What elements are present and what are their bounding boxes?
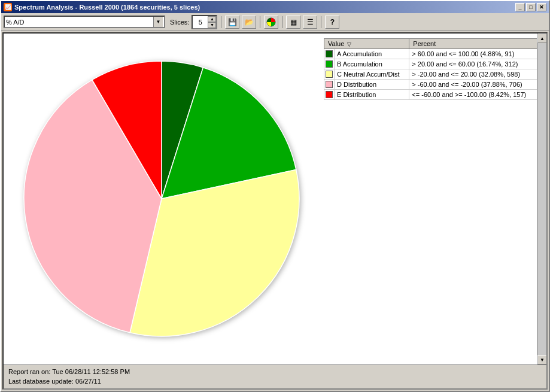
separator-2 xyxy=(260,16,260,28)
save-button[interactable]: 💾 xyxy=(225,16,239,29)
sort-icon[interactable]: ▽ xyxy=(347,41,351,47)
legend-range: > -20.00 and <= 20.00 (32.08%, 598) xyxy=(409,69,542,80)
status-bar: Report ran on: Tue 06/28/11 12:52:58 PM … xyxy=(4,364,546,388)
title-bar: 📈 Spectrum Analysis - Russell 2000 (1864… xyxy=(1,1,549,13)
pie-section xyxy=(4,34,319,364)
slices-spin-up[interactable]: ▲ xyxy=(208,16,216,22)
legend-color-box xyxy=(326,91,333,98)
pie-container xyxy=(18,55,305,344)
indicator-dropdown[interactable]: % A/D ▼ xyxy=(4,16,165,28)
maximize-button[interactable]: □ xyxy=(526,3,536,11)
main-window: 📈 Spectrum Analysis - Russell 2000 (1864… xyxy=(0,0,550,392)
slices-label: Slices: xyxy=(170,19,189,26)
legend-color-box xyxy=(326,71,333,78)
title-controls: _ □ ✕ xyxy=(515,3,546,11)
dropdown-value: % A/D xyxy=(6,19,153,26)
scrollbar: ▲ ▼ xyxy=(537,34,546,364)
report-line: Report ran on: Tue 06/28/11 12:52:58 PM xyxy=(8,367,542,376)
report-label: Report ran on: xyxy=(8,368,50,375)
slices-spinbox: ▲ ▼ xyxy=(192,15,217,29)
pie-chart-svg xyxy=(18,55,305,342)
scroll-up-button[interactable]: ▲ xyxy=(537,34,546,43)
list-icon: ☰ xyxy=(307,18,314,26)
separator-1 xyxy=(221,16,221,28)
legend-color-box xyxy=(326,50,333,57)
dropdown-arrow-icon[interactable]: ▼ xyxy=(153,17,163,27)
legend-label: D Distribution xyxy=(335,80,409,90)
legend-range: > 20.00 and <= 60.00 (16.74%, 312) xyxy=(409,59,542,69)
legend-percent-header: Percent xyxy=(409,39,542,49)
legend-color-cell xyxy=(324,59,335,69)
scroll-track xyxy=(537,43,546,355)
legend-color-cell xyxy=(324,49,335,59)
chart-pie-button[interactable] xyxy=(264,16,278,29)
db-label: Last database update: xyxy=(8,378,74,385)
grid-icon: ▦ xyxy=(290,18,297,26)
close-button[interactable]: ✕ xyxy=(537,3,546,11)
legend-value-header: Value ▽ xyxy=(324,39,409,49)
main-content: Value ▽ Percent A Accumulation> 60.00 an… xyxy=(2,32,548,390)
pie-chart-icon xyxy=(266,17,276,27)
open-button[interactable]: 📂 xyxy=(242,16,256,29)
slices-spin-down[interactable]: ▼ xyxy=(208,22,216,28)
window-title: Spectrum Analysis - Russell 2000 (1864 s… xyxy=(14,4,200,11)
legend-section: Value ▽ Percent A Accumulation> 60.00 an… xyxy=(319,34,546,364)
legend-color-box xyxy=(326,81,333,88)
legend-label: C Neutral Accum/Dist xyxy=(335,69,409,80)
list-button[interactable]: ☰ xyxy=(303,16,317,29)
percent-header-text: Percent xyxy=(413,40,436,47)
legend-label: A Accumulation xyxy=(335,49,409,59)
legend-label: B Accumulation xyxy=(335,59,409,69)
help-icon: ? xyxy=(330,18,335,26)
report-value: Tue 06/28/11 12:52:58 PM xyxy=(52,368,130,375)
slices-input[interactable] xyxy=(193,16,208,28)
legend-range: > -60.00 and <= -20.00 (37.88%, 706) xyxy=(409,80,542,90)
separator-4 xyxy=(321,16,321,28)
legend-color-cell xyxy=(324,80,335,90)
app-icon: 📈 xyxy=(4,3,12,11)
legend-row: D Distribution> -60.00 and <= -20.00 (37… xyxy=(324,80,542,90)
folder-icon: 📂 xyxy=(245,18,254,26)
chart-area: Value ▽ Percent A Accumulation> 60.00 an… xyxy=(4,34,546,364)
legend-row: C Neutral Accum/Dist> -20.00 and <= 20.0… xyxy=(324,69,542,80)
grid-button[interactable]: ▦ xyxy=(286,16,300,29)
slices-spin-buttons: ▲ ▼ xyxy=(208,16,216,28)
save-icon: 💾 xyxy=(228,18,237,26)
minimize-button[interactable]: _ xyxy=(515,3,525,11)
separator-3 xyxy=(282,16,282,28)
legend-table: Value ▽ Percent A Accumulation> 60.00 an… xyxy=(324,38,542,100)
legend-row: A Accumulation> 60.00 and <= 100.00 (4.8… xyxy=(324,49,542,59)
legend-row: E Distribution<= -60.00 and >= -100.00 (… xyxy=(324,90,542,100)
legend-color-box xyxy=(326,60,333,68)
legend-color-cell xyxy=(324,69,335,80)
legend-row: B Accumulation> 20.00 and <= 60.00 (16.7… xyxy=(324,59,542,69)
scroll-down-button[interactable]: ▼ xyxy=(537,355,546,364)
legend-range: <= -60.00 and >= -100.00 (8.42%, 157) xyxy=(409,90,542,100)
toolbar: % A/D ▼ Slices: ▲ ▼ 💾 📂 xyxy=(1,13,549,31)
title-bar-left: 📈 Spectrum Analysis - Russell 2000 (1864… xyxy=(4,3,200,11)
help-button[interactable]: ? xyxy=(325,16,339,29)
value-header-text: Value xyxy=(328,40,344,47)
legend-color-cell xyxy=(324,90,335,100)
legend-label: E Distribution xyxy=(335,90,409,100)
db-line: Last database update: 06/27/11 xyxy=(8,377,542,386)
db-value: 06/27/11 xyxy=(75,378,101,385)
legend-range: > 60.00 and <= 100.00 (4.88%, 91) xyxy=(409,49,542,59)
